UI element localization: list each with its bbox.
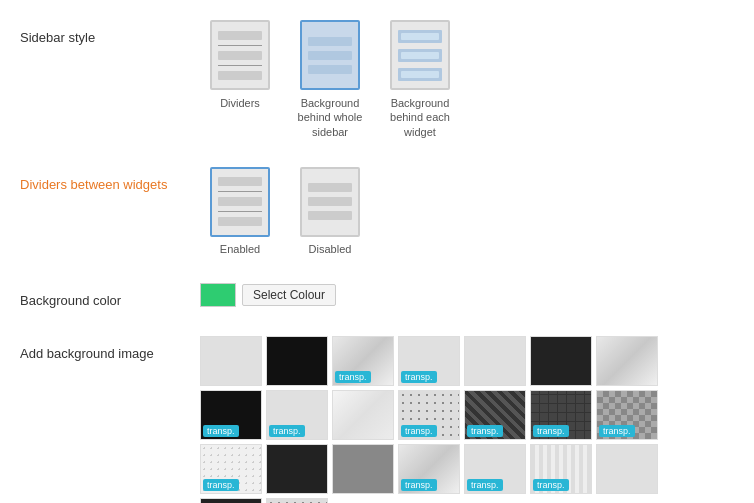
- style-option-bg-each[interactable]: Background behind each widget: [380, 20, 460, 139]
- transp-badge-15: transp.: [203, 479, 239, 491]
- transp-badge-8: transp.: [203, 425, 239, 437]
- bg-img-6[interactable]: [530, 336, 592, 386]
- background-image-row: Add background image transp. transp. tra…: [20, 336, 734, 503]
- style-label-bg-whole: Background behind whole sidebar: [290, 96, 370, 139]
- bg-img-12[interactable]: transp.: [464, 390, 526, 440]
- divider-label-disabled: Disabled: [309, 243, 352, 255]
- disabled-widget-row: [308, 183, 352, 220]
- bg-img-4[interactable]: transp.: [398, 336, 460, 386]
- style-icon-bg-each: [390, 20, 450, 90]
- background-color-row: Background color Select Colour: [20, 283, 734, 308]
- transp-badge-11: transp.: [401, 425, 437, 437]
- style-label-dividers: Dividers: [220, 96, 260, 110]
- bg-img-5[interactable]: [464, 336, 526, 386]
- bg-img-1[interactable]: [200, 336, 262, 386]
- transp-badge-20: transp.: [533, 479, 569, 491]
- dividers-between-label: Dividers between widgets: [20, 167, 200, 192]
- style-option-dividers[interactable]: Dividers: [200, 20, 280, 110]
- transp-badge-9: transp.: [269, 425, 305, 437]
- bg-img-16[interactable]: [266, 444, 328, 494]
- sidebar-style-options: Dividers Background behind whole sidebar: [200, 20, 460, 139]
- select-colour-button[interactable]: Select Colour: [242, 284, 336, 306]
- bg-img-15[interactable]: transp.: [200, 444, 262, 494]
- bg-images-grid: transp. transp. transp. transp. transp.: [200, 336, 720, 503]
- transp-badge-3: transp.: [335, 371, 371, 383]
- bg-img-14[interactable]: transp.: [596, 390, 658, 440]
- bg-img-20[interactable]: transp.: [530, 444, 592, 494]
- divider-option-enabled[interactable]: Enabled: [200, 167, 280, 255]
- color-swatch[interactable]: [200, 283, 236, 307]
- transp-badge-14: transp.: [599, 425, 635, 437]
- bg-whole-widget-row: [308, 37, 352, 74]
- transp-badge-19: transp.: [467, 479, 503, 491]
- bg-img-2[interactable]: [266, 336, 328, 386]
- bg-img-11[interactable]: transp.: [398, 390, 460, 440]
- color-controls: Select Colour: [200, 283, 336, 307]
- bg-img-9[interactable]: transp.: [266, 390, 328, 440]
- style-option-bg-whole[interactable]: Background behind whole sidebar: [290, 20, 370, 139]
- divider-label-enabled: Enabled: [220, 243, 260, 255]
- bg-img-7[interactable]: [596, 336, 658, 386]
- divider-option-disabled[interactable]: Disabled: [290, 167, 370, 255]
- transp-badge-18: transp.: [401, 479, 437, 491]
- bg-img-18[interactable]: transp.: [398, 444, 460, 494]
- bg-img-23[interactable]: transp.: [266, 498, 328, 503]
- divider-icon-enabled: [210, 167, 270, 237]
- divider-icon-disabled: [300, 167, 360, 237]
- bg-img-19[interactable]: transp.: [464, 444, 526, 494]
- transp-badge-13: transp.: [533, 425, 569, 437]
- style-icon-bg-whole: [300, 20, 360, 90]
- sidebar-style-label: Sidebar style: [20, 20, 200, 45]
- sidebar-style-row: Sidebar style Dividers: [20, 20, 734, 139]
- dividers-between-options: Enabled Disabled: [200, 167, 370, 255]
- background-color-label: Background color: [20, 283, 200, 308]
- transp-badge-4: transp.: [401, 371, 437, 383]
- bg-img-13[interactable]: transp.: [530, 390, 592, 440]
- background-image-label: Add background image: [20, 336, 200, 503]
- bg-images-container: transp. transp. transp. transp. transp.: [200, 336, 720, 503]
- transp-badge-12: transp.: [467, 425, 503, 437]
- style-icon-dividers: [210, 20, 270, 90]
- bg-img-10[interactable]: [332, 390, 394, 440]
- bg-img-17[interactable]: [332, 444, 394, 494]
- style-label-bg-each: Background behind each widget: [380, 96, 460, 139]
- bg-img-8[interactable]: transp.: [200, 390, 262, 440]
- dividers-widget-row: [218, 31, 262, 80]
- dividers-between-row: Dividers between widgets Enabled: [20, 167, 734, 255]
- bg-img-21[interactable]: [596, 444, 658, 494]
- enabled-widget-row: [218, 177, 262, 226]
- bg-img-3[interactable]: transp.: [332, 336, 394, 386]
- bg-img-22[interactable]: [200, 498, 262, 503]
